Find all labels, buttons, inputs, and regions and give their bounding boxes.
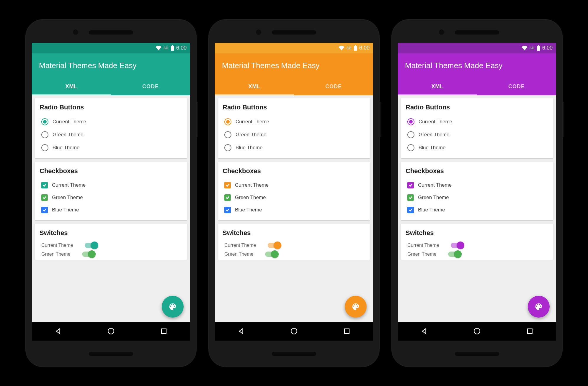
svg-rect-1 bbox=[172, 45, 173, 46]
fab-palette[interactable] bbox=[528, 296, 550, 318]
nav-back-button[interactable] bbox=[229, 327, 253, 335]
tab-xml[interactable]: XML bbox=[32, 78, 111, 95]
checkbox-row-green[interactable]: Green Theme bbox=[223, 191, 365, 204]
radio-row-blue[interactable]: Blue Theme bbox=[40, 141, 182, 154]
app-bar: Material Themes Made Easy bbox=[215, 53, 373, 78]
phone-speaker bbox=[455, 30, 499, 35]
fab-palette[interactable] bbox=[162, 296, 184, 318]
radio-row-green[interactable]: Green Theme bbox=[223, 128, 365, 141]
radio-title: Radio Buttons bbox=[223, 104, 365, 111]
nav-home-button[interactable] bbox=[465, 327, 489, 335]
checkbox-label: Blue Theme bbox=[418, 207, 445, 213]
app-bar: Material Themes Made Easy bbox=[32, 53, 190, 78]
checkbox-row-current[interactable]: Current Theme bbox=[223, 179, 365, 191]
switch-toggle bbox=[268, 243, 281, 248]
checkbox-icon bbox=[41, 207, 48, 213]
radio-row-current[interactable]: Current Theme bbox=[223, 115, 365, 128]
svg-rect-7 bbox=[344, 329, 349, 334]
content-area: Radio Buttons Current Theme Green Theme … bbox=[398, 95, 556, 322]
phone-bottom-speaker bbox=[455, 352, 499, 356]
svg-point-10 bbox=[474, 328, 480, 334]
switches-title: Switches bbox=[406, 229, 548, 237]
phone-bottom-speaker bbox=[89, 352, 133, 356]
phone-screen: 3G 6:00 Material Themes Made Easy XML CO… bbox=[398, 43, 556, 341]
radio-row-current[interactable]: Current Theme bbox=[40, 115, 182, 128]
circle-home-icon bbox=[290, 327, 298, 335]
nav-back-button[interactable] bbox=[46, 327, 70, 335]
palette-icon bbox=[168, 302, 177, 311]
radio-label: Current Theme bbox=[53, 119, 86, 125]
square-recent-icon bbox=[526, 328, 533, 335]
status-time: 6:00 bbox=[542, 45, 553, 51]
triangle-back-icon bbox=[54, 327, 62, 335]
radio-title: Radio Buttons bbox=[406, 104, 548, 111]
switch-row-current[interactable]: Current Theme bbox=[406, 241, 548, 250]
wifi-icon bbox=[521, 45, 528, 51]
checkbox-row-blue[interactable]: Blue Theme bbox=[223, 204, 365, 216]
radio-card: Radio Buttons Current Theme Green Theme … bbox=[401, 98, 553, 158]
switch-label: Green Theme bbox=[224, 252, 253, 257]
radio-row-green[interactable]: Green Theme bbox=[40, 128, 182, 141]
radio-row-green[interactable]: Green Theme bbox=[406, 128, 548, 141]
checkbox-label: Green Theme bbox=[235, 195, 266, 201]
content-area: Radio Buttons Current Theme Green Theme … bbox=[215, 95, 373, 322]
phone-bottom-speaker bbox=[272, 352, 316, 356]
checkbox-row-blue[interactable]: Blue Theme bbox=[406, 204, 548, 216]
status-time: 6:00 bbox=[176, 45, 187, 51]
tab-code-label: CODE bbox=[142, 83, 159, 90]
fab-palette[interactable] bbox=[345, 296, 367, 318]
triangle-back-icon bbox=[420, 327, 428, 335]
checkbox-row-blue[interactable]: Blue Theme bbox=[40, 204, 182, 216]
tab-code[interactable]: CODE bbox=[111, 78, 190, 95]
radio-row-blue[interactable]: Blue Theme bbox=[223, 141, 365, 154]
tab-code[interactable]: CODE bbox=[477, 78, 556, 95]
palette-icon bbox=[351, 302, 360, 311]
switches-card: Switches Current Theme Green Theme bbox=[218, 224, 370, 260]
radio-card: Radio Buttons Current Theme Green Theme … bbox=[218, 98, 370, 158]
radio-icon bbox=[224, 118, 231, 125]
switch-row-green[interactable]: Green Theme bbox=[406, 250, 548, 259]
tab-bar: XML CODE bbox=[398, 78, 556, 95]
radio-row-current[interactable]: Current Theme bbox=[406, 115, 548, 128]
nav-bar bbox=[215, 322, 373, 341]
nav-bar bbox=[398, 322, 556, 341]
radio-row-blue[interactable]: Blue Theme bbox=[406, 141, 548, 154]
tab-xml[interactable]: XML bbox=[398, 78, 477, 95]
nav-back-button[interactable] bbox=[412, 327, 436, 335]
checkbox-row-green[interactable]: Green Theme bbox=[406, 191, 548, 204]
radio-icon bbox=[407, 144, 414, 151]
nav-recent-button[interactable] bbox=[518, 328, 542, 335]
app-bar: Material Themes Made Easy bbox=[398, 53, 556, 78]
svg-rect-5 bbox=[355, 45, 356, 46]
triangle-back-icon bbox=[237, 327, 245, 335]
radio-label: Blue Theme bbox=[53, 145, 79, 151]
switch-row-green[interactable]: Green Theme bbox=[40, 250, 182, 259]
checkbox-label: Current Theme bbox=[52, 182, 86, 188]
tab-xml[interactable]: XML bbox=[215, 78, 294, 95]
radio-icon bbox=[41, 131, 48, 138]
phone-screen: 3G 6:00 Material Themes Made Easy XML CO… bbox=[32, 43, 190, 341]
nav-home-button[interactable] bbox=[282, 327, 306, 335]
checkbox-title: Checkboxes bbox=[223, 167, 365, 175]
checkbox-row-current[interactable]: Current Theme bbox=[406, 179, 548, 191]
tab-bar: XML CODE bbox=[32, 78, 190, 95]
switch-row-current[interactable]: Current Theme bbox=[223, 241, 365, 250]
checkbox-icon bbox=[224, 207, 231, 213]
switch-label: Current Theme bbox=[224, 243, 256, 248]
tab-code[interactable]: CODE bbox=[294, 78, 373, 95]
checkbox-card: Checkboxes Current Theme Green Theme Blu… bbox=[35, 162, 187, 220]
circle-home-icon bbox=[107, 327, 115, 335]
nav-home-button[interactable] bbox=[99, 327, 123, 335]
checkbox-row-green[interactable]: Green Theme bbox=[40, 191, 182, 204]
nav-recent-button[interactable] bbox=[152, 328, 176, 335]
switch-row-green[interactable]: Green Theme bbox=[223, 250, 365, 259]
radio-icon bbox=[41, 118, 48, 125]
square-recent-icon bbox=[160, 328, 167, 335]
nav-recent-button[interactable] bbox=[335, 328, 359, 335]
radio-label: Green Theme bbox=[419, 132, 450, 138]
radio-label: Current Theme bbox=[419, 119, 452, 125]
svg-rect-11 bbox=[527, 329, 532, 334]
radio-label: Green Theme bbox=[53, 132, 84, 138]
switch-row-current[interactable]: Current Theme bbox=[40, 241, 182, 250]
checkbox-row-current[interactable]: Current Theme bbox=[40, 179, 182, 191]
